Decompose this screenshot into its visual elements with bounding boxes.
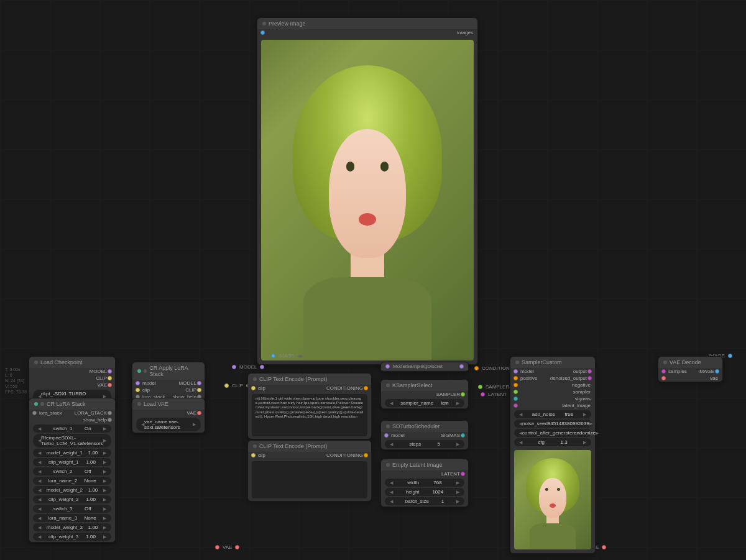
input-port[interactable]: [513, 403, 518, 408]
reroute-vae-1[interactable]: VAE: [214, 544, 240, 550]
output-port-conditioning[interactable]: [364, 453, 368, 457]
input-port[interactable]: [661, 369, 666, 374]
sampler-widget[interactable]: ◀cfg1.3▶: [514, 438, 591, 446]
lora-widget[interactable]: ◀switch_1On▶: [33, 425, 111, 433]
steps-widget[interactable]: ◀steps5▶: [385, 440, 464, 448]
output-port[interactable]: [197, 388, 201, 392]
node-header[interactable]: Empty Latent Image: [381, 459, 468, 470]
node-model-sampling[interactable]: ModelSamplingDiscret: [380, 362, 469, 372]
node-lora-stack[interactable]: CR LoRA Stack lora_stackLORA_STACK show_…: [29, 398, 116, 543]
output-port-conditioning[interactable]: [364, 386, 368, 390]
node-title: ModelSamplingDiscret: [393, 364, 443, 369]
output-port-model[interactable]: [108, 369, 112, 374]
input-port-images[interactable]: [260, 30, 265, 35]
input-port-clip[interactable]: [251, 386, 256, 390]
viewport-stats: T: 0.00s L: 0 N: 24 (24) V: 558 FPS: 78.…: [5, 367, 27, 395]
node-load-vae[interactable]: Load VAE VAE ◀vae_name vae-sdxl.safetens…: [132, 398, 205, 433]
node-header[interactable]: VAE Decode: [658, 357, 722, 368]
input-port-lora-stack[interactable]: [32, 411, 37, 415]
input-port[interactable]: [385, 364, 390, 369]
lora-widget[interactable]: ◀clip_weight_21.00▶: [33, 495, 111, 503]
sampler-widget[interactable]: ◀add_noisetrue▶: [514, 410, 591, 418]
node-preview-image[interactable]: Preview Image images: [257, 17, 478, 365]
prompt-textarea[interactable]: niji,NIjistyle,1 girl wide view,close-up…: [252, 394, 367, 436]
output-port[interactable]: [587, 376, 592, 380]
output-label: LORA_STACK: [63, 410, 107, 416]
preview-output: [261, 40, 474, 360]
output-label: IMAGE: [689, 369, 714, 374]
node-header[interactable]: CR LoRA Stack: [29, 398, 115, 410]
node-header[interactable]: KSamplerSelect: [381, 380, 468, 391]
input-port[interactable]: [384, 433, 389, 438]
node-header[interactable]: SDTurboScheduler: [381, 421, 468, 432]
height-widget[interactable]: ◀height1024▶: [385, 488, 464, 496]
output-port[interactable]: [108, 418, 112, 422]
input-label: samples: [666, 369, 689, 374]
node-header[interactable]: ModelSamplingDiscret: [381, 362, 468, 370]
node-header[interactable]: SamplerCustom: [510, 357, 595, 368]
sampler-selector[interactable]: ◀sampler_namelcm▶: [385, 399, 464, 407]
node-sdturbo-scheduler[interactable]: SDTurboScheduler modelSIGMAS ◀steps5▶: [380, 420, 469, 450]
output-port-vae[interactable]: [197, 411, 201, 415]
lora-widget[interactable]: ◀switch_2Off▶: [33, 467, 111, 475]
input-port[interactable]: [661, 376, 666, 380]
lora-widget[interactable]: ◀switch_3Off▶: [33, 505, 111, 513]
output-port[interactable]: [459, 364, 464, 369]
node-clip-encode-negative[interactable]: CLIP Text Encode (Prompt) clipCONDITIONI…: [247, 440, 372, 502]
node-header[interactable]: Load VAE: [132, 398, 205, 410]
output-port-clip[interactable]: [108, 376, 112, 380]
input-port[interactable]: [513, 376, 518, 380]
output-label: MODEL: [32, 369, 107, 374]
input-port[interactable]: [513, 369, 518, 374]
output-port-sampler[interactable]: [461, 392, 465, 397]
input-port[interactable]: [513, 397, 518, 401]
node-header[interactable]: CR Apply LoRA Stack: [132, 362, 205, 380]
node-empty-latent[interactable]: Empty Latent Image LATENT ◀width768▶ ◀he…: [380, 459, 469, 507]
input-port[interactable]: [513, 390, 518, 394]
node-header[interactable]: CLIP Text Encode (Prompt): [248, 374, 371, 385]
sampler-widget[interactable]: ◀control_after_generaterandomize▶: [514, 429, 591, 437]
output-port-latent[interactable]: [461, 472, 465, 476]
batch-widget[interactable]: ◀batch_size1▶: [385, 497, 464, 505]
output-label: CLIP: [32, 375, 107, 381]
node-title: Load Checkpoint: [40, 359, 83, 365]
node-header[interactable]: Load Checkpoint: [29, 357, 115, 368]
output-port-sigmas[interactable]: [461, 433, 465, 438]
input-port[interactable]: [513, 383, 518, 387]
node-ksampler-select[interactable]: KSamplerSelect SAMPLER ◀sampler_namelcm▶: [380, 379, 469, 409]
output-port-image[interactable]: [715, 369, 719, 374]
vae-selector[interactable]: ◀vae_name vae-sdxl.safetensors▶: [136, 418, 201, 431]
input-label: negative: [570, 382, 592, 388]
input-label: clip: [256, 452, 267, 458]
output-port-lora-stack[interactable]: [108, 411, 112, 415]
output-label: CONDITIONING: [267, 385, 363, 391]
lora-widget[interactable]: ◀model_weight_21.00▶: [33, 486, 111, 494]
node-clip-encode-positive[interactable]: CLIP Text Encode (Prompt) clipCONDITIONI…: [247, 373, 372, 439]
output-port[interactable]: [587, 369, 592, 374]
prompt-textarea[interactable]: [252, 461, 367, 498]
node-title: CR LoRA Stack: [47, 401, 86, 407]
node-title: SDTurboScheduler: [392, 423, 440, 429]
node-apply-lora[interactable]: CR Apply LoRA Stack modelMODEL clipCLIP …: [132, 362, 205, 401]
input-port[interactable]: [136, 388, 140, 392]
sampler-widget[interactable]: ◀noise_seed945148380992639▶: [514, 420, 591, 428]
lora-widget[interactable]: ◀lora_name_2None▶: [33, 477, 111, 485]
output-port-vae[interactable]: [108, 383, 112, 387]
node-sampler-custom[interactable]: SamplerCustom modeloutput positivedenois…: [510, 356, 596, 554]
sampler-preview: [514, 450, 591, 549]
node-header[interactable]: Preview Image: [257, 18, 477, 29]
output-label: SIGMAS: [407, 433, 460, 438]
input-port[interactable]: [136, 381, 140, 385]
input-port-clip[interactable]: [251, 453, 256, 457]
node-vae-decode[interactable]: VAE Decode samplesIMAGE vae: [658, 356, 723, 382]
reroute-model[interactable]: MODEL: [231, 364, 265, 370]
lora-widget[interactable]: ◀clip_weight_11.00▶: [33, 458, 111, 466]
lora-widget[interactable]: ◀RfempneSDXL-Turbo_LCM_V1.safetensors▶: [33, 434, 111, 448]
node-header[interactable]: CLIP Text Encode (Prompt): [248, 441, 371, 452]
lora-widget[interactable]: ◀clip_weight_31.00▶: [33, 533, 111, 541]
lora-widget[interactable]: ◀lora_name_3None▶: [33, 514, 111, 522]
output-port[interactable]: [197, 381, 201, 385]
lora-widget[interactable]: ◀model_weight_31.00▶: [33, 523, 111, 531]
width-widget[interactable]: ◀width768▶: [385, 479, 464, 487]
lora-widget[interactable]: ◀model_weight_11.00▶: [33, 449, 111, 457]
